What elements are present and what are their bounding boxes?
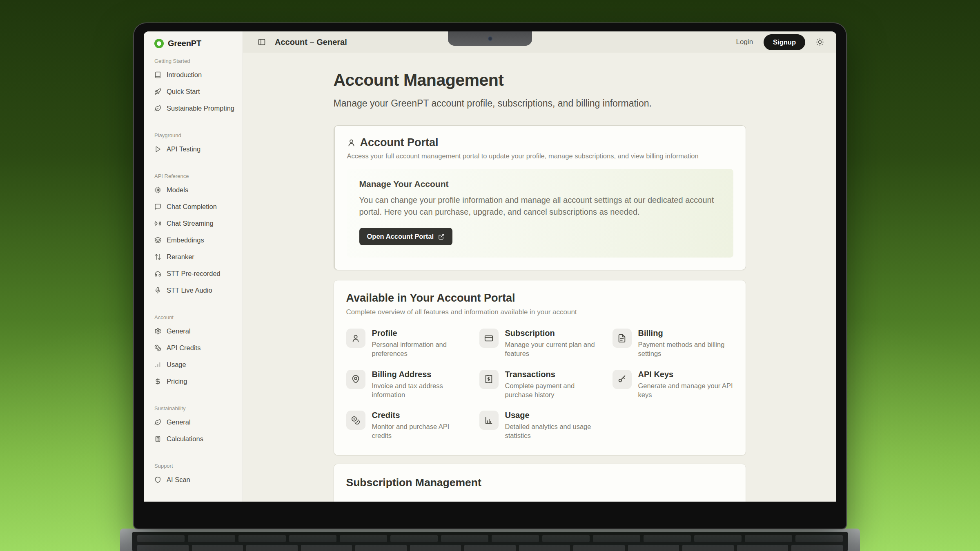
sidebar-item-sustainability-general[interactable]: General: [154, 414, 237, 431]
features-grid: Profile Personal information and prefere…: [346, 329, 733, 440]
sidebar-item-label: Reranker: [167, 253, 194, 261]
sidebar-item-account-general[interactable]: General: [154, 323, 237, 340]
sidebar-item-pricing[interactable]: Pricing: [154, 373, 237, 390]
book-icon: [154, 71, 161, 78]
laptop-keyboard: [132, 532, 848, 551]
bars-icon: [154, 361, 161, 368]
feature-title: Billing Address: [372, 370, 467, 379]
sidebar-item-label: Sustainable Prompting: [167, 104, 234, 112]
dollar-icon: [154, 378, 161, 385]
sidebar-item-ai-scan[interactable]: AI Scan: [154, 471, 237, 488]
main-content: Account Management Manage your GreenPT a…: [243, 53, 836, 502]
scene: GreenPT Getting Started Introduction Qu: [0, 0, 980, 551]
sidebar-item-label: Chat Completion: [167, 203, 217, 211]
sidebar-item-label: General: [167, 418, 191, 426]
sidebar-item-sustainable-prompting[interactable]: Sustainable Prompting: [154, 100, 237, 117]
sidebar-item-label: AI Scan: [167, 476, 190, 484]
page-title: Account Management: [334, 71, 746, 90]
feature-billing: Billing Payment methods and billing sett…: [612, 329, 733, 358]
sidebar-item-introduction[interactable]: Introduction: [154, 67, 237, 83]
signup-button[interactable]: Signup: [764, 34, 805, 50]
sidebar-item-label: API Credits: [167, 344, 200, 352]
headphones-icon: [154, 270, 161, 277]
keyboard-key: [137, 545, 189, 551]
sidebar-item-chat-completion[interactable]: Chat Completion: [154, 198, 237, 215]
login-link[interactable]: Login: [736, 38, 753, 46]
feature-credits: Credits Monitor and purchase API credits: [346, 411, 467, 440]
feature-title: Credits: [372, 411, 467, 420]
feature-api-keys: API Keys Generate and manage your API ke…: [612, 370, 733, 400]
manage-account-panel: Manage Your Account You can change your …: [347, 169, 733, 258]
green-ring-logo-icon: [154, 39, 164, 48]
open-account-portal-button[interactable]: Open Account Portal: [359, 228, 453, 245]
card-title: Account Portal: [360, 136, 439, 149]
page-subtitle: Manage your GreenPT account profile, sub…: [334, 98, 746, 109]
feature-description: Generate and manage your API keys: [638, 381, 733, 400]
feature-profile: Profile Personal information and prefere…: [346, 329, 467, 358]
sidebar-item-label: API Testing: [167, 145, 200, 153]
chip-icon: [154, 187, 161, 193]
sidebar-item-reranker[interactable]: Reranker: [154, 249, 237, 265]
topbar: Account – General Login Signup: [243, 31, 836, 53]
nav-section-support: Support AI Scan: [154, 463, 237, 488]
nav-section-getting-started: Getting Started Introduction Quick Start: [154, 58, 237, 117]
sidebar-item-chat-streaming[interactable]: Chat Streaming: [154, 215, 237, 232]
coins-icon: [154, 344, 161, 351]
features-card-title: Available in Your Account Portal: [346, 292, 733, 304]
feature-title: Profile: [372, 329, 467, 338]
feature-description: Invoice and tax address information: [372, 381, 467, 400]
nav-section-label: API Reference: [154, 173, 237, 179]
sidebar-item-calculations[interactable]: Calculations: [154, 431, 237, 447]
feature-subscription: Subscription Manage your current plan an…: [479, 329, 600, 358]
chat-bubble-icon: [154, 203, 161, 210]
sidebar-item-usage[interactable]: Usage: [154, 356, 237, 373]
sidebar-item-embeddings[interactable]: Embeddings: [154, 232, 237, 249]
keyboard-key: [137, 535, 185, 542]
credit-card-icon: [484, 334, 493, 343]
microphone-icon: [154, 287, 161, 294]
sidebar-item-stt-pre-recorded[interactable]: STT Pre-recorded: [154, 265, 237, 282]
chart-column-icon: [484, 416, 493, 425]
features-card: Available in Your Account Portal Complet…: [334, 280, 746, 455]
sun-icon: [816, 38, 824, 46]
feature-usage: Usage Detailed analytics and usage stati…: [479, 411, 600, 440]
sidebar-item-label: Introduction: [167, 71, 202, 79]
feature-description: Complete payment and purchase history: [505, 381, 600, 400]
subscription-management-title: Subscription Management: [346, 476, 733, 489]
calculator-icon: [154, 435, 161, 442]
user-icon: [351, 334, 360, 343]
sidebar-nav: Getting Started Introduction Quick Start: [154, 58, 237, 488]
sidebar-item-api-testing[interactable]: API Testing: [154, 141, 237, 158]
sidebar-item-label: General: [167, 327, 191, 335]
sidebar-item-models[interactable]: Models: [154, 182, 237, 198]
sidebar-item-label: STT Pre-recorded: [167, 270, 220, 278]
sidebar-toggle-button[interactable]: [258, 38, 266, 46]
laptop-base: [120, 529, 860, 551]
sidebar-item-stt-live-audio[interactable]: STT Live Audio: [154, 282, 237, 299]
sidebar-item-api-credits[interactable]: API Credits: [154, 340, 237, 356]
external-link-icon: [438, 233, 445, 240]
sidebar-item-label: STT Live Audio: [167, 287, 212, 294]
account-portal-card-header: Account Portal: [347, 136, 733, 149]
rocket-icon: [154, 88, 161, 95]
feature-description: Payment methods and billing settings: [638, 340, 733, 358]
laptop-notch: [448, 31, 532, 46]
account-portal-card: Account Portal Access your full account …: [334, 125, 746, 270]
sidebar-item-label: Models: [167, 186, 188, 194]
laptop-mockup: GreenPT Getting Started Introduction Qu: [120, 23, 860, 551]
leaf-icon: [154, 419, 161, 426]
feature-description: Manage your current plan and features: [505, 340, 600, 358]
features-card-subtitle: Complete overview of all features and in…: [346, 308, 733, 316]
map-pin-icon: [351, 375, 360, 384]
sidebar-item-label: Usage: [167, 361, 186, 369]
theme-toggle-button[interactable]: [816, 38, 824, 46]
nav-section-api-reference: API Reference Models Chat Completion: [154, 173, 237, 299]
sidebar-item-label: Pricing: [167, 378, 187, 385]
feature-description: Monitor and purchase API credits: [372, 422, 467, 440]
nav-section-label: Account: [154, 314, 237, 320]
feature-title: Transactions: [505, 370, 600, 379]
keyboard-row: [137, 535, 843, 542]
topbar-title: Account – General: [275, 38, 347, 47]
sidebar-item-quick-start[interactable]: Quick Start: [154, 83, 237, 100]
brand-logo[interactable]: GreenPT: [154, 39, 237, 48]
